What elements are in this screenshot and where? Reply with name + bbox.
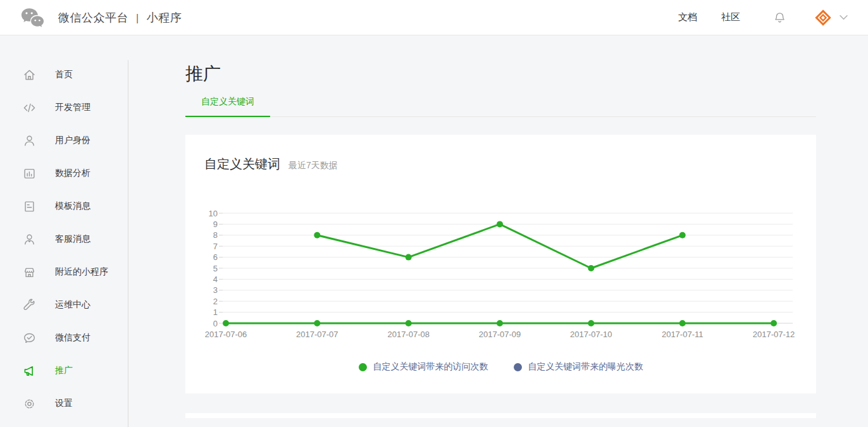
sidebar-item-settings[interactable]: 设置 xyxy=(0,387,128,420)
home-icon xyxy=(22,68,37,82)
brand-name: 微信公众平台 xyxy=(58,11,128,24)
shop-icon xyxy=(22,265,37,280)
service-user-icon xyxy=(22,232,37,247)
sidebar-item-label: 客服消息 xyxy=(55,233,90,245)
svg-text:2: 2 xyxy=(213,297,218,306)
pay-bubble-icon xyxy=(22,331,37,345)
wrench-icon xyxy=(22,298,37,313)
sidebar-item-template-msg[interactable]: 模板消息 xyxy=(0,190,128,223)
sidebar-item-label: 微信支付 xyxy=(55,332,90,343)
svg-text:6: 6 xyxy=(213,252,218,262)
svg-text:2017-07-06: 2017-07-06 xyxy=(205,330,247,339)
next-card-peek xyxy=(185,413,816,418)
card-subtitle: 最近7天数据 xyxy=(288,160,338,171)
sidebar-item-analytics[interactable]: 数据分析 xyxy=(0,157,128,190)
svg-text:7: 7 xyxy=(213,242,218,251)
user-icon xyxy=(22,133,37,148)
sidebar-item-label: 运维中心 xyxy=(55,299,90,311)
gear-icon xyxy=(22,397,37,411)
chart-legend: 自定义关键词带来的访问次数自定义关键词带来的曝光次数 xyxy=(204,361,797,373)
sidebar-item-identity[interactable]: 用户身份 xyxy=(0,124,128,157)
legend-label: 自定义关键词带来的曝光次数 xyxy=(528,361,643,373)
sidebar-item-label: 开发管理 xyxy=(55,102,90,113)
svg-text:3: 3 xyxy=(213,285,218,295)
tab-bar: 自定义关键词 xyxy=(185,96,816,117)
legend-dot-icon xyxy=(359,363,367,371)
svg-text:0: 0 xyxy=(213,319,218,328)
product-name: 小程序 xyxy=(147,11,182,24)
sidebar-item-label: 用户身份 xyxy=(55,135,90,146)
page-title: 推广 xyxy=(185,63,868,85)
nav-docs-link[interactable]: 文档 xyxy=(678,11,697,23)
svg-text:2017-07-12: 2017-07-12 xyxy=(753,330,795,339)
sidebar-item-label: 模板消息 xyxy=(55,201,90,212)
sidebar-item-service-msg[interactable]: 客服消息 xyxy=(0,223,128,256)
svg-text:4: 4 xyxy=(213,275,218,284)
sidebar-item-nearby[interactable]: 附近的小程序 xyxy=(0,256,128,288)
wechat-logo-icon xyxy=(20,7,44,28)
keywords-card: 自定义关键词 最近7天数据 0123456789102017-07-062017… xyxy=(185,135,816,393)
keywords-line-chart: 0123456789102017-07-062017-07-072017-07-… xyxy=(204,208,799,344)
sidebar-item-home[interactable]: 首页 xyxy=(0,58,128,91)
sidebar-item-label: 设置 xyxy=(55,398,73,409)
notification-bell-icon[interactable] xyxy=(773,11,786,25)
app-title: 微信公众平台|小程序 xyxy=(58,10,182,25)
top-header: 微信公众平台|小程序 文档 社区 xyxy=(0,0,868,35)
legend-item[interactable]: 自定义关键词带来的曝光次数 xyxy=(514,361,643,373)
header-right: 文档 社区 xyxy=(678,9,848,27)
bar-chart-icon xyxy=(22,166,37,181)
svg-text:2017-07-11: 2017-07-11 xyxy=(662,330,704,339)
sidebar-item-wepay[interactable]: 微信支付 xyxy=(0,321,128,354)
svg-text:5: 5 xyxy=(213,264,218,273)
sidebar-item-ops[interactable]: 运维中心 xyxy=(0,288,128,321)
svg-text:1: 1 xyxy=(213,307,218,317)
sidebar-item-promotion[interactable]: 推广 xyxy=(0,354,128,387)
nav-community-link[interactable]: 社区 xyxy=(721,11,740,23)
sidebar-item-label: 附近的小程序 xyxy=(55,266,108,278)
avatar xyxy=(814,9,832,27)
brand: 微信公众平台|小程序 xyxy=(20,7,182,28)
sidebar-item-label: 数据分析 xyxy=(55,168,90,179)
card-header: 自定义关键词 最近7天数据 xyxy=(204,156,797,173)
svg-text:2017-07-07: 2017-07-07 xyxy=(296,330,338,339)
main-content: 推广 自定义关键词 自定义关键词 最近7天数据 0123456789102017… xyxy=(128,35,868,427)
sidebar-item-label: 推广 xyxy=(55,365,73,376)
account-menu[interactable] xyxy=(814,9,848,27)
svg-text:2017-07-09: 2017-07-09 xyxy=(479,330,521,339)
legend-label: 自定义关键词带来的访问次数 xyxy=(373,361,488,373)
code-icon xyxy=(22,101,37,115)
tab-custom-keywords[interactable]: 自定义关键词 xyxy=(185,96,270,117)
legend-item[interactable]: 自定义关键词带来的访问次数 xyxy=(359,361,488,373)
svg-text:2017-07-08: 2017-07-08 xyxy=(387,330,430,339)
chevron-down-icon xyxy=(840,15,848,20)
card-title: 自定义关键词 xyxy=(204,156,280,173)
page-body: 首页 开发管理 用户身份 数据分析 模板消息 客服消息 附近的小程序 运维中心 xyxy=(0,35,868,427)
chart-area: 0123456789102017-07-062017-07-072017-07-… xyxy=(204,208,797,373)
title-separator: | xyxy=(136,13,139,23)
template-doc-icon xyxy=(22,199,37,214)
svg-text:2017-07-10: 2017-07-10 xyxy=(570,330,612,339)
svg-text:10: 10 xyxy=(209,209,218,218)
sidebar-nav: 首页 开发管理 用户身份 数据分析 模板消息 客服消息 附近的小程序 运维中心 xyxy=(0,35,128,427)
sidebar-item-dev[interactable]: 开发管理 xyxy=(0,91,128,124)
megaphone-icon xyxy=(22,364,37,378)
svg-text:9: 9 xyxy=(213,220,218,229)
legend-dot-icon xyxy=(514,363,522,371)
sidebar-item-label: 首页 xyxy=(55,69,73,80)
svg-text:8: 8 xyxy=(213,230,218,240)
